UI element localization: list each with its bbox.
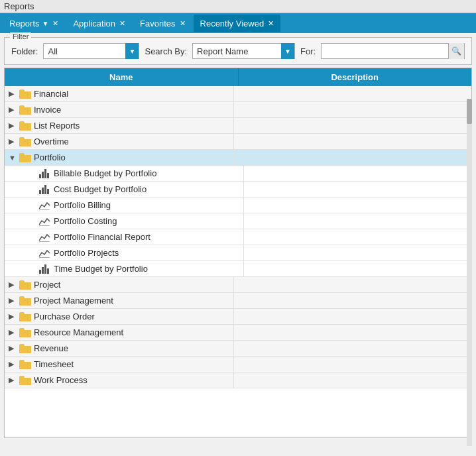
- search-by-dropdown-arrow[interactable]: ▼: [281, 43, 294, 59]
- expand-arrow[interactable]: ▶: [9, 376, 19, 384]
- col-name: Name: [5, 68, 239, 86]
- expand-arrow[interactable]: ▶: [9, 121, 19, 130]
- table-row[interactable]: ▶ Revenue: [5, 341, 471, 357]
- row-description: [244, 245, 472, 260]
- row-left: ▶ Project Management: [5, 293, 234, 308]
- table-row[interactable]: Portfolio Costing: [5, 213, 471, 229]
- expand-arrow[interactable]: ▶: [9, 328, 19, 337]
- expand-arrow[interactable]: ▶: [9, 137, 19, 146]
- expand-arrow[interactable]: ▼: [9, 154, 19, 162]
- row-description: [234, 150, 472, 165]
- row-label: Portfolio: [34, 152, 66, 162]
- table-row[interactable]: Portfolio Projects: [5, 245, 471, 261]
- row-description: [234, 277, 472, 292]
- expand-arrow[interactable]: ▶: [9, 344, 19, 353]
- scrollbar-track[interactable]: [467, 99, 472, 446]
- table-row[interactable]: ▼ Portfolio: [5, 150, 471, 166]
- expand-arrow[interactable]: ▶: [9, 280, 19, 289]
- row-label: Project Management: [34, 296, 113, 306]
- folder-icon: [19, 105, 31, 115]
- expand-arrow[interactable]: ▶: [9, 89, 19, 98]
- expand-arrow[interactable]: ▶: [9, 296, 19, 305]
- row-label: Time Budget by Portfolio: [54, 264, 148, 274]
- row-label: Purchase Order: [34, 312, 95, 321]
- tab-recently-viewed[interactable]: Recently Viewed ✕: [194, 15, 281, 32]
- row-description: [234, 341, 472, 356]
- row-left: ▶ Overtime: [5, 134, 234, 149]
- expand-arrow[interactable]: ▶: [9, 360, 19, 369]
- table-row[interactable]: Time Budget by Portfolio: [5, 261, 471, 277]
- for-input-wrapper: 🔍: [321, 43, 465, 59]
- for-input[interactable]: [322, 44, 448, 58]
- row-label: Billable Budget by Portfolio: [54, 168, 156, 178]
- tab-favorites[interactable]: Favorites ✕: [133, 15, 192, 32]
- table-row[interactable]: Portfolio Financial Report: [5, 229, 471, 245]
- search-by-label: Search By:: [145, 46, 187, 56]
- row-label: Financial: [34, 89, 68, 99]
- tab-application[interactable]: Application ✕: [66, 15, 132, 32]
- table-row[interactable]: Cost Budget by Portfolio: [5, 182, 471, 198]
- line-chart-icon: [39, 248, 50, 258]
- search-by-value: Report Name: [193, 46, 281, 56]
- row-label: Portfolio Projects: [54, 248, 119, 258]
- scrollbar-thumb[interactable]: [467, 99, 472, 124]
- folder-icon: [19, 344, 31, 353]
- table-row[interactable]: Billable Budget by Portfolio: [5, 166, 471, 182]
- table-row[interactable]: ▶ Overtime: [5, 134, 471, 150]
- row-description: [244, 198, 472, 213]
- folder-dropdown-arrow[interactable]: ▼: [125, 43, 139, 59]
- title-bar: Reports: [0, 0, 476, 13]
- table-row[interactable]: ▶ Purchase Order: [5, 309, 471, 325]
- tab-reports-dropdown-icon[interactable]: ▼: [42, 20, 49, 27]
- tab-reports-close-icon[interactable]: ✕: [52, 19, 58, 28]
- tab-application-close-icon[interactable]: ✕: [119, 19, 125, 28]
- search-by-select[interactable]: Report Name ▼: [192, 43, 295, 59]
- table-row[interactable]: ▶ Project: [5, 277, 471, 293]
- line-chart-icon: [39, 232, 50, 243]
- line-chart-icon: [39, 200, 50, 211]
- row-label: Overtime: [34, 137, 69, 146]
- line-chart-svg: [39, 233, 50, 242]
- expand-arrow[interactable]: ▶: [9, 105, 19, 114]
- tab-recently-viewed-close-icon[interactable]: ✕: [268, 19, 274, 28]
- row-label: Invoice: [34, 105, 61, 115]
- tab-favorites-label: Favorites: [140, 19, 175, 28]
- table-row[interactable]: ▶ List Reports: [5, 118, 471, 134]
- folder-icon: [19, 360, 31, 369]
- row-label: Portfolio Financial Report: [54, 232, 150, 242]
- folder-icon: [19, 296, 31, 306]
- table-row[interactable]: ▶ Work Process: [5, 372, 471, 388]
- bar-chart-icon: [39, 168, 50, 179]
- tab-favorites-close-icon[interactable]: ✕: [180, 19, 186, 28]
- tab-reports[interactable]: Reports ▼ ✕: [3, 15, 65, 32]
- table-row[interactable]: Portfolio Billing: [5, 198, 471, 213]
- bar-chart-bars: [39, 264, 50, 274]
- table-row[interactable]: ▶ Project Management: [5, 293, 471, 309]
- row-left: Billable Budget by Portfolio: [5, 166, 244, 181]
- table-row[interactable]: ▶ Resource Management: [5, 325, 471, 341]
- folder-icon: [19, 121, 31, 131]
- folder-icon: [19, 280, 31, 290]
- folder-icon: [19, 376, 31, 385]
- table-row[interactable]: ▶ Financial: [5, 86, 471, 102]
- line-chart-icon: [39, 216, 50, 227]
- row-label: List Reports: [34, 121, 80, 131]
- table-row[interactable]: ▶ Invoice: [5, 102, 471, 118]
- row-label: Resource Management: [34, 327, 123, 337]
- table-row[interactable]: ▶ Timesheet: [5, 357, 471, 372]
- row-label: Timesheet: [34, 359, 74, 369]
- bar-chart-icon: [39, 264, 50, 274]
- folder-select[interactable]: All ▼: [43, 43, 139, 59]
- table-header: Name Description: [5, 68, 471, 86]
- expand-arrow[interactable]: ▶: [9, 312, 19, 321]
- row-left: ▶ Purchase Order: [5, 309, 234, 324]
- filter-section: Filter Folder: All ▼ Search By: Report N…: [4, 37, 472, 65]
- row-description: [244, 182, 472, 197]
- row-label: Portfolio Billing: [54, 200, 111, 210]
- row-left: Portfolio Projects: [5, 245, 244, 260]
- folder-icon: [19, 137, 31, 146]
- row-description: [234, 357, 472, 372]
- filter-title: Filter: [10, 32, 31, 40]
- row-left: Portfolio Costing: [5, 213, 244, 229]
- search-button[interactable]: 🔍: [448, 43, 464, 59]
